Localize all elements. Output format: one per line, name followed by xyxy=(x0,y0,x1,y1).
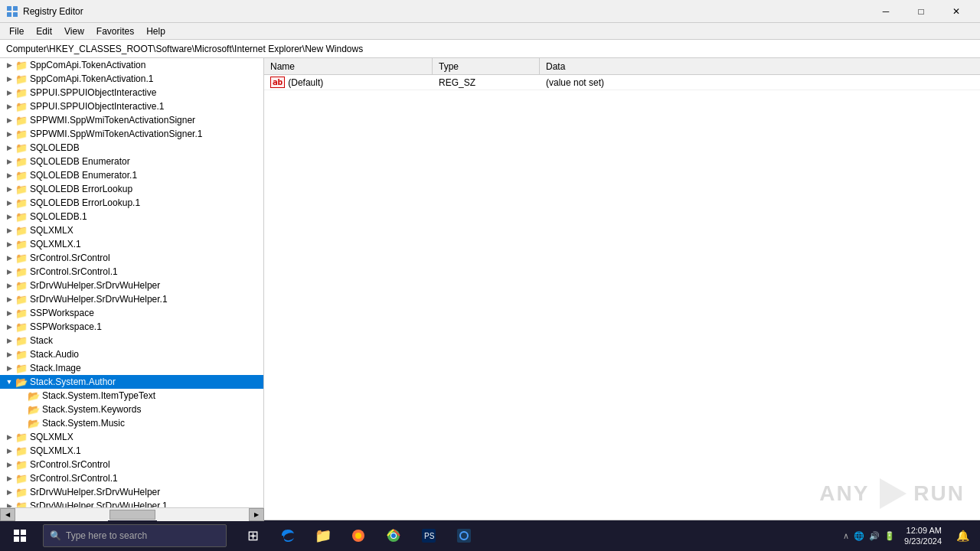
menu-view[interactable]: View xyxy=(58,24,90,38)
tree-item[interactable]: ▶ 📁 SQLOLEDB Enumerator xyxy=(0,155,263,168)
tree-item[interactable]: ▼ 📂 Stack.System.ItemTypeText xyxy=(0,389,263,403)
tree-item[interactable]: ▶ 📁 SPPUI.SPPUIObjectInteractive xyxy=(0,86,263,99)
tree-label: SQLOLEDB ErrorLookup.1 xyxy=(30,197,140,208)
taskbar-search-box[interactable]: 🔍 Type here to search xyxy=(43,524,227,547)
firefox-icon[interactable] xyxy=(341,520,375,551)
tree-label: SQLOLEDB ErrorLookup xyxy=(30,184,132,194)
tree-item[interactable]: ▶ 📁 SQLXMLX.1 xyxy=(0,444,263,458)
menu-favorites[interactable]: Favorites xyxy=(90,24,140,38)
tree-arrow: ▶ xyxy=(3,100,15,112)
tree-label: SSPWorkspace.1 xyxy=(30,321,102,332)
tree-arrow: ▶ xyxy=(3,114,15,126)
tree-item[interactable]: ▼ 📂 Stack.System.Keywords xyxy=(0,403,263,416)
svg-rect-6 xyxy=(21,530,26,535)
data-row-default[interactable]: ab (Default) REG_SZ (value not set) xyxy=(264,75,980,90)
tree-arrow: ▶ xyxy=(3,142,15,154)
tree-item[interactable]: ▶ 📁 SSPWorkspace.1 xyxy=(0,320,263,334)
data-cell-type: REG_SZ xyxy=(433,77,540,88)
tree-item[interactable]: ▶ 📁 SrControl.SrControl.1 xyxy=(0,471,263,485)
tree-arrow: ▶ xyxy=(3,486,15,498)
maximize-button[interactable]: □ xyxy=(903,0,939,23)
tree-panel: ▶ 📁 SppComApi.TokenActivation ▶ 📁 SppCom… xyxy=(0,58,264,520)
tree-arrow: ▶ xyxy=(3,266,15,278)
tree-item-selected[interactable]: ▼ 📂 Stack.System.Author xyxy=(0,375,263,389)
scroll-left-button[interactable]: ◀ xyxy=(0,508,15,521)
edge-icon[interactable] xyxy=(271,520,305,551)
tree-item[interactable]: ▶ 📁 SrControl.SrControl xyxy=(0,458,263,471)
scrollbar-thumb-h[interactable] xyxy=(109,510,155,520)
folder-icon: 📁 xyxy=(15,445,28,457)
tree-item[interactable]: ▶ 📁 SppComApi.TokenActivation.1 xyxy=(0,72,263,86)
svg-rect-7 xyxy=(14,536,19,542)
tree-item[interactable]: ▶ 📁 SQLXMLX.1 xyxy=(0,237,263,251)
tree-item[interactable]: ▶ 📁 Stack.Audio xyxy=(0,347,263,361)
chrome-icon[interactable] xyxy=(377,520,410,551)
menu-file[interactable]: File xyxy=(3,24,30,38)
clock[interactable]: 12:09 AM 9/23/2024 xyxy=(898,525,948,547)
tree-item[interactable]: ▶ 📁 Stack xyxy=(0,334,263,347)
svg-point-10 xyxy=(355,533,361,539)
tree-item[interactable]: ▶ 📁 SPPUI.SPPUIObjectInteractive.1 xyxy=(0,99,263,113)
tree-content[interactable]: ▶ 📁 SppComApi.TokenActivation ▶ 📁 SppCom… xyxy=(0,58,263,520)
tree-arrow: ▶ xyxy=(3,279,15,292)
tree-label: SQLOLEDB Enumerator.1 xyxy=(30,170,137,181)
folder-icon: 📁 xyxy=(15,307,28,319)
tree-arrow: ▼ xyxy=(15,417,28,429)
window-controls: ─ □ ✕ xyxy=(868,0,974,23)
tree-item[interactable]: ▶ 📁 SQLOLEDB Enumerator.1 xyxy=(0,168,263,182)
volume-icon: 🔊 xyxy=(869,531,880,541)
start-button[interactable] xyxy=(0,520,40,551)
folder-icon: 📁 xyxy=(15,86,28,99)
clock-time: 12:09 AM xyxy=(906,525,942,536)
title-bar: Registry Editor ─ □ ✕ xyxy=(0,0,980,23)
app-icon xyxy=(6,5,18,18)
tree-arrow: ▼ xyxy=(15,403,28,416)
tree-item[interactable]: ▶ 📁 SrDrvWuHelper.SrDrvWuHelper.1 xyxy=(0,292,263,306)
tree-arrow: ▶ xyxy=(3,307,15,319)
tree-item[interactable]: ▼ 📂 Stack.System.Music xyxy=(0,416,263,430)
svg-rect-16 xyxy=(457,529,471,543)
tree-item[interactable]: ▶ 📁 SPPWMI.SppWmiTokenActivationSigner xyxy=(0,113,263,127)
tray-up-arrow[interactable]: ∧ xyxy=(843,531,849,541)
close-button[interactable]: ✕ xyxy=(939,0,974,23)
tree-label: SppComApi.TokenActivation.1 xyxy=(30,73,153,84)
tree-item[interactable]: ▶ 📁 SrDrvWuHelper.SrDrvWuHelper xyxy=(0,279,263,292)
svg-rect-3 xyxy=(13,12,18,17)
folder-icon: 📁 xyxy=(15,293,28,305)
menu-help[interactable]: Help xyxy=(140,24,172,38)
data-cell-name: ab (Default) xyxy=(264,77,433,88)
notification-button[interactable]: 🔔 xyxy=(951,520,974,551)
network-icon: 🌐 xyxy=(854,531,864,541)
scroll-right-button[interactable]: ▶ xyxy=(249,508,264,521)
folder-open-icon: 📂 xyxy=(28,403,40,416)
tree-item[interactable]: ▶ 📁 SPPWMI.SppWmiTokenActivationSigner.1 xyxy=(0,127,263,141)
tree-item[interactable]: ▶ 📁 SQLOLEDB xyxy=(0,141,263,155)
files-icon[interactable]: 📁 xyxy=(306,520,340,551)
folder-icon: 📁 xyxy=(15,114,28,126)
tree-arrow: ▶ xyxy=(3,169,15,181)
tree-item[interactable]: ▶ 📁 SSPWorkspace xyxy=(0,306,263,320)
tree-item[interactable]: ▶ 📁 SrControl.SrControl.1 xyxy=(0,265,263,279)
svg-rect-5 xyxy=(14,530,19,535)
tree-item[interactable]: ▶ 📁 SrControl.SrControl xyxy=(0,251,263,265)
tree-label: SQLXMLX.1 xyxy=(30,239,81,249)
tree-item[interactable]: ▶ 📁 SQLOLEDB ErrorLookup xyxy=(0,182,263,196)
powershell-icon[interactable]: PS xyxy=(412,520,446,551)
tree-item[interactable]: ▶ 📁 SppComApi.TokenActivation xyxy=(0,58,263,72)
tree-item[interactable]: ▶ 📁 SQLXMLX xyxy=(0,430,263,444)
folder-icon: 📁 xyxy=(15,486,28,498)
tree-item[interactable]: ▶ 📁 SQLOLEDB.1 xyxy=(0,210,263,223)
task-view-button[interactable]: ⊞ xyxy=(236,520,270,551)
battery-icon: 🔋 xyxy=(884,531,895,541)
app-icon-extra[interactable] xyxy=(447,520,481,551)
tree-item[interactable]: ▶ 📁 Stack.Image xyxy=(0,361,263,375)
address-path: Computer\HKEY_CLASSES_ROOT\Software\Micr… xyxy=(6,44,363,54)
tree-arrow: ▶ xyxy=(3,238,15,250)
tree-item[interactable]: ▶ 📁 SQLOLEDB ErrorLookup.1 xyxy=(0,196,263,210)
minimize-button[interactable]: ─ xyxy=(868,0,903,23)
tree-item[interactable]: ▶ 📁 SQLXMLX xyxy=(0,223,263,237)
horizontal-scrollbar[interactable]: ◀ ▶ xyxy=(0,507,264,520)
menu-edit[interactable]: Edit xyxy=(30,24,58,38)
tree-item[interactable]: ▶ 📁 SrDrvWuHelper.SrDrvWuHelper xyxy=(0,485,263,499)
svg-point-13 xyxy=(391,533,396,538)
